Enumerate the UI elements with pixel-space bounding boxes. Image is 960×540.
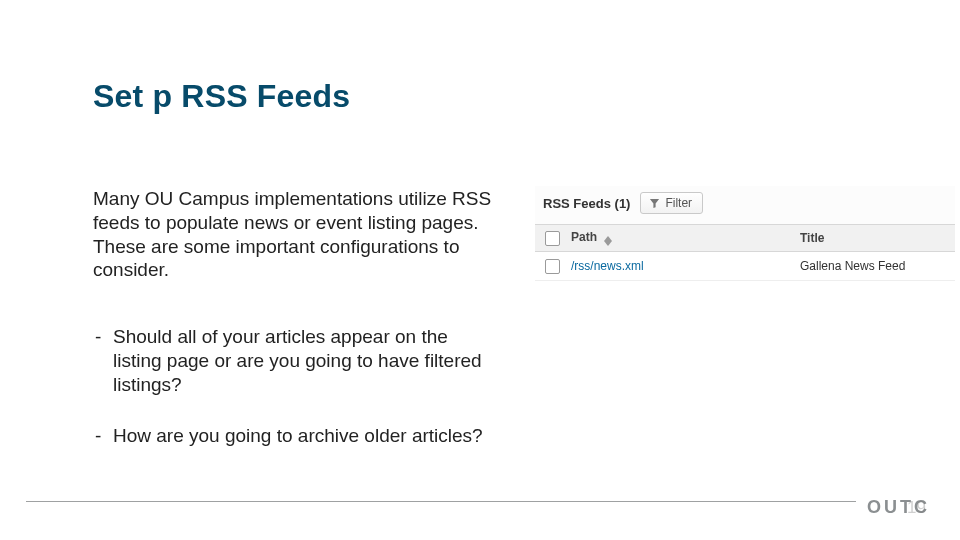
bullet-dash: - <box>93 424 113 448</box>
row-checkbox[interactable] <box>535 259 569 274</box>
rss-panel-header: RSS Feeds (1) Filter <box>535 186 955 224</box>
sort-icon <box>604 236 612 246</box>
rss-table-header: Path Title <box>535 224 955 252</box>
bullet-list: - Should all of your articles appear on … <box>93 325 488 476</box>
bullet-text: How are you going to archive older artic… <box>113 424 488 448</box>
filter-label: Filter <box>665 196 692 210</box>
column-header-title[interactable]: Title <box>800 231 955 245</box>
footer-divider <box>26 501 856 502</box>
rss-count: (1) <box>615 196 631 211</box>
slide-title: Set p RSS Feeds <box>93 78 350 115</box>
rss-feeds-label: RSS Feeds (1) <box>543 196 630 211</box>
column-header-path[interactable]: Path <box>569 230 800 246</box>
select-all-checkbox[interactable] <box>535 231 569 246</box>
page-number: 19 <box>907 498 926 518</box>
bullet-dash: - <box>93 325 113 396</box>
rss-feeds-panel: RSS Feeds (1) Filter Path Title <box>535 186 955 281</box>
rss-path-link[interactable]: /rss/news.xml <box>571 259 644 273</box>
bullet-text: Should all of your articles appear on th… <box>113 325 488 396</box>
list-item: - How are you going to archive older art… <box>93 424 488 448</box>
filter-icon <box>649 198 660 209</box>
filter-button[interactable]: Filter <box>640 192 703 214</box>
list-item: - Should all of your articles appear on … <box>93 325 488 396</box>
rss-row-title: Gallena News Feed <box>800 259 955 273</box>
table-row[interactable]: /rss/news.xml Gallena News Feed <box>535 252 955 281</box>
intro-paragraph: Many OU Campus implementations utilize R… <box>93 187 493 282</box>
